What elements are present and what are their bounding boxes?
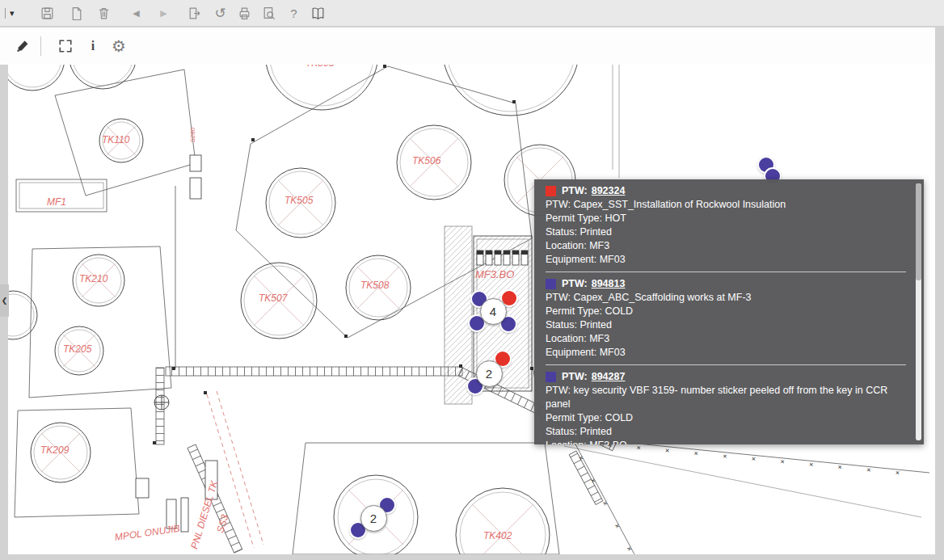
print-icon[interactable] [236,3,254,23]
cluster-count[interactable]: 2 [360,505,387,532]
search-document-icon[interactable] [260,3,278,23]
ptw-status: Status: Printed [546,225,906,239]
tooltip-scrollbar[interactable] [916,183,921,440]
map-label-tk209: TK209 [40,444,69,456]
main-toolbar: ▾ ◀ ▶ ↺ ? [0,0,944,27]
ptw-description: PTW: Capex_ABC_Scaffolding works at MF-3 [546,291,906,305]
export-icon[interactable] [186,3,204,23]
map-label-tk505: TK505 [284,195,313,206]
permit-type-badge [546,279,556,289]
ptw-number-link[interactable]: 892324 [592,184,626,198]
horizontal-scrollbar[interactable] [0,554,944,560]
ptw-label: PTW: [562,277,588,291]
ptw-description: PTW: key security VBF 3159- number stick… [546,384,906,411]
back-icon[interactable]: ◀ [128,3,145,23]
map-label-mf3bo: MF3.BO [475,268,514,280]
ptw-entry: PTW: 892324 PTW: Capex_SST_Installation … [546,184,906,267]
ptw-number-link[interactable]: 894813 [592,277,626,291]
settings-gear-icon[interactable]: ⚙ [107,35,130,57]
vertical-scrollbar[interactable] [935,27,944,560]
permit-type-badge [546,186,556,196]
tooltip-separator [546,272,906,272]
map-label-tk503: TK503 [306,65,334,69]
ptw-description: PTW: Capex_SST_Installation of Rockwool … [546,198,906,212]
ptw-permit-type: Permit Type: COLD [546,411,906,425]
ptw-label: PTW: [562,184,588,198]
ptw-status: Status: Printed [546,318,906,332]
ptw-location: Location: MF3.BO [546,439,906,444]
ptw-entry: PTW: 894287 PTW: key security VBF 3159- … [546,370,906,444]
map-label-mf1: MF1 [47,196,66,208]
view-toolbar: i ⚙ [0,27,935,65]
map-label-tk205: TK205 [63,343,91,355]
ptw-entry: PTW: 894813 PTW: Capex_ABC_Scaffolding w… [546,277,906,360]
ptw-status: Status: Printed [546,425,906,439]
new-document-icon[interactable] [68,3,86,23]
ptw-tooltip: PTW: 892324 PTW: Capex_SST_Installation … [534,179,924,444]
forward-icon[interactable]: ▶ [155,3,173,23]
svg-text:× × × × ×: × × × × × [576,454,638,554]
map-label-tk508: TK508 [360,280,389,291]
delete-icon[interactable] [95,3,113,23]
map-label-tk210: TK210 [79,273,107,284]
undo-icon[interactable]: ↺ [212,3,230,23]
style-brush-icon[interactable] [11,35,34,57]
app-window: ▾ ◀ ▶ ↺ ? [0,0,944,560]
map-label-tk402: TK402 [483,530,512,541]
save-icon[interactable] [39,3,57,23]
ptw-equipment: Equipment: MF03 [546,346,906,360]
legend-book-icon[interactable] [310,3,327,23]
info-icon[interactable]: i [82,35,104,57]
tooltip-scrollbar-thumb[interactable] [916,183,921,280]
tank-tk402 [456,488,550,554]
permit-type-badge [546,372,556,382]
ptw-equipment: Equipment: MF03 [546,253,906,267]
map-label-tk110: TK110 [102,134,129,145]
map-label-tk506: TK506 [412,155,440,166]
collapse-panel-handle[interactable]: ❮ [0,284,9,317]
tooltip-separator [546,364,906,365]
cluster-count[interactable]: 4 [480,298,507,325]
menu-caret-icon[interactable]: ▾ [5,8,15,19]
ptw-permit-type: Permit Type: HOT [546,212,906,225]
ptw-number-link[interactable]: 894287 [592,370,626,384]
ptw-permit-type: Permit Type: COLD [546,305,906,318]
fit-screen-icon[interactable] [54,35,77,57]
help-icon[interactable]: ? [285,3,303,23]
ptw-label: PTW: [562,370,588,384]
map-label-tk507: TK507 [259,293,287,304]
ptw-location: Location: MF3 [546,332,906,346]
ptw-location: Location: MF3 [546,239,906,253]
tank-tk503 [265,65,378,110]
cluster-count[interactable]: 2 [476,360,503,387]
toolbar-divider [40,36,41,56]
map-label-s280: S280 [189,128,196,143]
